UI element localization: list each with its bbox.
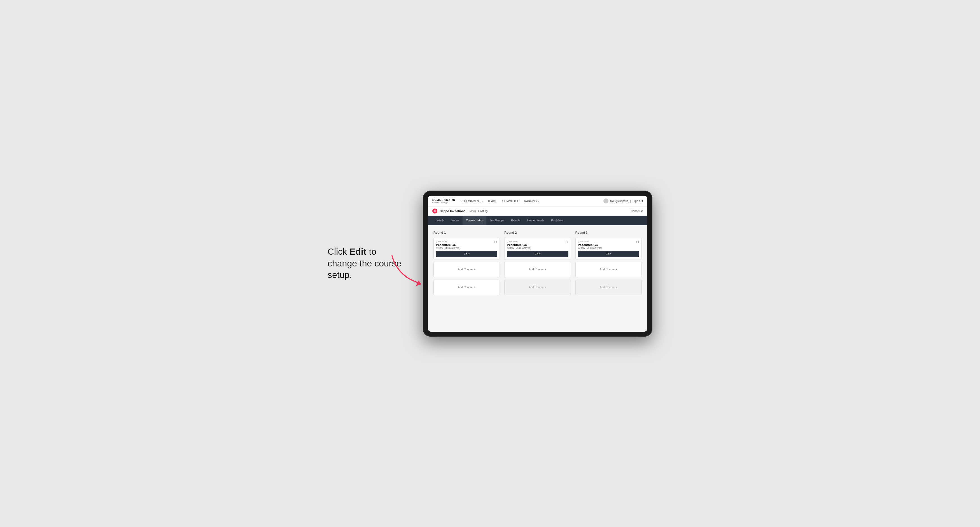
- round-1-label: Round 1: [433, 231, 500, 234]
- round-3-column: Round 3 ⊟ (Course A) Peachtree GC Yellow…: [575, 231, 642, 295]
- round-2-label: Round 2: [504, 231, 571, 234]
- hosting-badge: Hosting: [478, 210, 487, 213]
- sign-out-link[interactable]: Sign out: [633, 200, 643, 203]
- round-3-course-card: ⊟ (Course A) Peachtree GC Yellow (M) (66…: [575, 238, 642, 259]
- main-content: Round 1 ⊟ (Course A) Peachtree GC Yellow…: [428, 225, 648, 332]
- round-1-course-card: ⊟ (Course A) Peachtree GC Yellow (M) (66…: [433, 238, 500, 259]
- round-1-course-name: Peachtree GC: [436, 243, 497, 246]
- round-2-course-card: ⊟ (Course A) Peachtree GC Yellow (M) (66…: [504, 238, 571, 259]
- round-2-add-course-2: Add Course +: [504, 279, 571, 295]
- round-1-column: Round 1 ⊟ (Course A) Peachtree GC Yellow…: [433, 231, 500, 295]
- cancel-button[interactable]: Cancel ✕: [631, 210, 643, 213]
- round-2-course-tag: (Course A): [507, 240, 568, 243]
- tournament-info: C Clippd Invitational (Men) Hosting: [432, 208, 487, 214]
- round-2-add-course-text-1: Add Course +: [529, 268, 547, 271]
- nav-separator: |: [630, 200, 631, 203]
- nav-teams[interactable]: TEAMS: [487, 200, 497, 203]
- rounds-grid: Round 1 ⊟ (Course A) Peachtree GC Yellow…: [433, 231, 642, 295]
- tablet-screen: SCOREBOARD Powered by clippd TOURNAMENTS…: [428, 196, 648, 332]
- round-2-column: Round 2 ⊟ (Course A) Peachtree GC Yellow…: [504, 231, 571, 295]
- round-2-course-tee: Yellow (M) (6629 yds): [507, 246, 568, 249]
- round-1-course-tee: Yellow (M) (6629 yds): [436, 246, 497, 249]
- round-3-edit-button[interactable]: Edit: [578, 251, 639, 257]
- round-3-course-name: Peachtree GC: [578, 243, 639, 246]
- nav-committee[interactable]: COMMITTEE: [502, 200, 519, 203]
- tournament-bar: C Clippd Invitational (Men) Hosting Canc…: [428, 207, 648, 216]
- round-2-delete-icon[interactable]: ⊟: [565, 240, 569, 244]
- tournament-gender: (Men): [468, 210, 476, 213]
- user-email: blair@clippd.io: [610, 200, 628, 203]
- round-1-add-course-text-2: Add Course +: [458, 286, 476, 289]
- round-3-delete-icon[interactable]: ⊟: [635, 240, 640, 244]
- tab-printables[interactable]: Printables: [548, 216, 567, 225]
- round-2-add-course-1[interactable]: Add Course +: [504, 262, 571, 277]
- tab-tee-groups[interactable]: Tee Groups: [486, 216, 508, 225]
- bold-edit: Edit: [350, 246, 366, 257]
- round-1-edit-button[interactable]: Edit: [436, 251, 497, 257]
- nav-tournaments[interactable]: TOURNAMENTS: [461, 200, 482, 203]
- round-1-course-tag: (Course A): [436, 240, 497, 243]
- tab-teams[interactable]: Teams: [448, 216, 463, 225]
- round-1-add-course-1[interactable]: Add Course +: [433, 262, 500, 277]
- round-3-label: Round 3: [575, 231, 642, 234]
- round-1-delete-icon[interactable]: ⊟: [493, 240, 498, 244]
- tabs-bar: Details Teams Course Setup Tee Groups Re…: [428, 216, 648, 225]
- logo-title: SCOREBOARD: [432, 198, 455, 202]
- round-2-course-name: Peachtree GC: [507, 243, 568, 246]
- round-3-add-course-text-2: Add Course +: [600, 286, 617, 289]
- top-nav-right: blair@clippd.io | Sign out: [603, 198, 643, 203]
- user-avatar: [603, 198, 608, 203]
- top-navbar: SCOREBOARD Powered by clippd TOURNAMENTS…: [428, 196, 648, 207]
- round-3-course-tag: (Course A): [578, 240, 639, 243]
- tab-results[interactable]: Results: [508, 216, 523, 225]
- tournament-name: Clippd Invitational: [440, 210, 466, 213]
- round-3-add-course-2: Add Course +: [575, 279, 642, 295]
- instruction-text: Click Edit to change the course setup.: [328, 246, 406, 281]
- round-2-edit-button[interactable]: Edit: [507, 251, 568, 257]
- logo-sub: Powered by clippd: [432, 202, 455, 203]
- round-3-add-course-text-1: Add Course +: [600, 268, 617, 271]
- round-2-add-course-text-2: Add Course +: [529, 286, 547, 289]
- tab-course-setup[interactable]: Course Setup: [463, 216, 486, 225]
- top-nav-links: TOURNAMENTS TEAMS COMMITTEE RANKINGS: [461, 200, 603, 203]
- svg-marker-0: [416, 281, 422, 286]
- scoreboard-logo: SCOREBOARD Powered by clippd: [432, 198, 455, 203]
- round-3-course-tee: Yellow (M) (6629 yds): [578, 246, 639, 249]
- tab-leaderboards[interactable]: Leaderboards: [523, 216, 548, 225]
- round-1-add-course-2[interactable]: Add Course +: [433, 279, 500, 295]
- tab-details[interactable]: Details: [432, 216, 448, 225]
- clippd-logo: C: [432, 208, 438, 214]
- nav-rankings[interactable]: RANKINGS: [524, 200, 539, 203]
- tablet-frame: SCOREBOARD Powered by clippd TOURNAMENTS…: [423, 190, 652, 337]
- round-3-add-course-1[interactable]: Add Course +: [575, 262, 642, 277]
- round-1-add-course-text-1: Add Course +: [458, 268, 476, 271]
